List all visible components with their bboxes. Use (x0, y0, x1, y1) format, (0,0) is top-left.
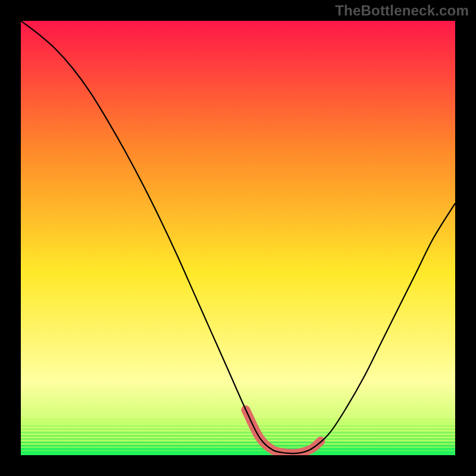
svg-rect-0 (21, 409, 455, 411)
svg-rect-10 (21, 441, 455, 443)
svg-rect-7 (21, 432, 455, 434)
svg-rect-1 (21, 412, 455, 414)
svg-rect-8 (21, 435, 455, 437)
svg-rect-11 (21, 445, 455, 447)
svg-rect-9 (21, 439, 455, 440)
svg-rect-5 (21, 425, 455, 427)
svg-rect-6 (21, 428, 455, 430)
chart-svg (21, 21, 455, 455)
svg-rect-2 (21, 415, 455, 417)
watermark-label: TheBottleneck.com (335, 2, 469, 19)
svg-rect-12 (21, 448, 455, 450)
svg-rect-13 (21, 452, 455, 453)
svg-rect-3 (21, 419, 455, 421)
plot-area (21, 21, 455, 455)
svg-rect-4 (21, 422, 455, 424)
chart-frame: TheBottleneck.com (0, 0, 476, 476)
